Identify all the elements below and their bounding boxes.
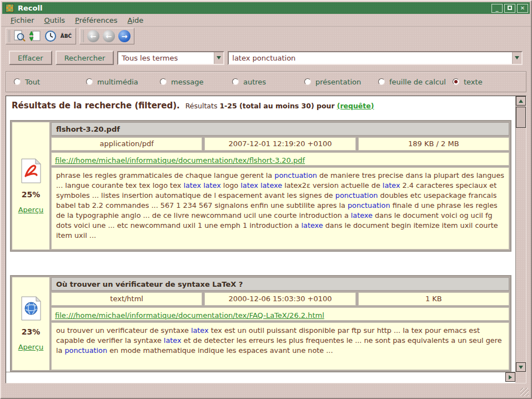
pdf-file-icon	[20, 158, 42, 183]
toolbar: ÂBĈ ← ← →	[1, 27, 531, 46]
close-button[interactable]: ✕	[517, 4, 528, 13]
window-bottom-strip	[1, 383, 531, 398]
mime-type: application/pdf	[51, 137, 202, 151]
window-titlebar[interactable]: Recoll _ ✕	[2, 2, 530, 14]
next-page-button[interactable]: →	[117, 29, 132, 43]
arrow-right-icon	[509, 375, 512, 380]
result-title: flshort-3.20.pdf	[51, 122, 509, 136]
arrow-left-icon: ←	[87, 30, 99, 42]
result-snippet: ou trouver un verificateur de syntaxe la…	[51, 322, 509, 370]
search-row: Effacer Rechercher Tous les termes latex…	[9, 50, 523, 66]
document-preview-button[interactable]	[12, 29, 27, 43]
chevron-down-icon	[217, 56, 221, 59]
filter-message[interactable]: message	[160, 78, 232, 86]
combo-dropdown-button[interactable]	[214, 52, 223, 64]
scroll-right-button[interactable]	[505, 372, 515, 382]
scrollbar-corner	[515, 372, 526, 383]
mime-type: text/html	[51, 292, 202, 306]
first-page-button[interactable]: ←	[86, 29, 101, 43]
relevance-percent: 23%	[22, 327, 41, 336]
document-magnifier-icon	[13, 30, 26, 42]
results-header: Résultats de la recherche (filtered).Rés…	[6, 96, 515, 113]
filter-presentation[interactable]: présentation	[304, 78, 378, 86]
category-filter-frame: Tout multimédia message autres présentat…	[6, 71, 526, 92]
toolbar-handle[interactable]	[7, 30, 10, 42]
result-row-2: 23% Aperçu Où trouver un vérificateur de…	[10, 275, 511, 372]
date-modified: 2000-12-06 15:03:30 +0100	[204, 292, 355, 306]
combo-dropdown-button[interactable]	[512, 52, 521, 64]
toolbar-handle[interactable]	[81, 30, 84, 42]
results-panel: Résultats de la recherche (filtered).Rés…	[6, 96, 526, 383]
chevron-down-icon	[515, 56, 519, 59]
result-snippet: phrase les regles grammaticales de chaqu…	[51, 167, 509, 250]
menu-fichier[interactable]: Fichier	[6, 14, 39, 26]
file-url-link[interactable]: file:///home/michael/informatique/docume…	[55, 156, 305, 164]
previous-page-button[interactable]: ←	[102, 29, 116, 43]
menu-bar: Fichier Outils Préférences Aide	[1, 14, 531, 27]
vertical-scrollbar-thumb[interactable]	[516, 107, 526, 128]
filter-tout[interactable]: Tout	[14, 78, 86, 86]
search-query-input[interactable]: latex ponctuation	[229, 52, 512, 64]
arrow-right-icon: →	[118, 30, 131, 42]
search-mode-value: Tous les termes	[118, 52, 214, 64]
arrow-left-icon: ←	[103, 30, 115, 42]
maximize-button[interactable]	[504, 4, 515, 13]
scroll-down-button[interactable]	[516, 362, 526, 372]
result-meta-row: application/pdf 2007-12-01 12:19:20 +010…	[51, 137, 509, 151]
horizontal-scrollbar[interactable]	[6, 372, 515, 383]
relevance-percent: 25%	[22, 190, 41, 199]
clock-icon	[44, 30, 57, 42]
query-link[interactable]: (requête)	[337, 102, 374, 110]
result-row-1: 25% Aperçu flshort-3.20.pdf application/…	[10, 120, 511, 252]
result-1-side: 25% Aperçu	[12, 122, 49, 250]
vertical-scrollbar[interactable]	[515, 96, 526, 372]
result-2-side: 23% Aperçu	[12, 277, 49, 370]
filter-multimedia[interactable]: multimédia	[86, 78, 160, 86]
document-sort-arrows-icon	[29, 30, 41, 42]
abc-icon: ÂBĈ	[61, 33, 72, 39]
search-button[interactable]: Rechercher	[56, 51, 114, 65]
filter-feuille-de-calcul[interactable]: feuille de calcul	[378, 78, 453, 86]
date-modified: 2007-12-01 12:19:20 +0100	[204, 137, 355, 151]
sort-by-date-button[interactable]	[28, 29, 42, 43]
filter-autres[interactable]: autres	[232, 78, 304, 86]
filter-texte[interactable]: texte	[453, 78, 483, 86]
radio-icon	[232, 78, 239, 85]
clear-button[interactable]: Effacer	[9, 51, 52, 65]
result-url-row: file:///home/michael/informatique/docume…	[51, 307, 509, 321]
results-count: 1-25 (total au moins 30) pour	[219, 102, 334, 110]
search-query-combobox[interactable]: latex ponctuation	[228, 51, 523, 65]
radio-icon	[453, 78, 459, 85]
term-explorer-button[interactable]: ÂBĈ	[59, 29, 73, 43]
history-button[interactable]	[43, 29, 58, 43]
menu-outils[interactable]: Outils	[39, 14, 71, 26]
window-title: Recoll	[18, 4, 42, 12]
file-url-link[interactable]: file:///home/michael/informatique/docume…	[55, 311, 324, 320]
result-meta-row: text/html 2000-12-06 15:03:30 +0100 1 KB	[51, 292, 509, 306]
radio-icon	[86, 78, 93, 85]
file-size: 1 KB	[358, 292, 509, 306]
menu-aide[interactable]: Aide	[123, 14, 149, 26]
preview-link[interactable]: Aperçu	[18, 343, 44, 351]
toolbar-group-main: ÂBĈ	[6, 28, 76, 44]
result-title: Où trouver un vérificateur de syntaxe La…	[51, 277, 509, 291]
search-mode-combobox[interactable]: Tous les termes	[117, 51, 224, 65]
maximize-icon	[508, 6, 512, 10]
recoll-window: Recoll _ ✕ Fichier Outils Préférences Ai…	[0, 0, 532, 399]
radio-icon	[378, 78, 385, 85]
recoll-app-icon	[6, 4, 14, 12]
minimize-button[interactable]: _	[491, 4, 503, 13]
html-file-icon	[21, 296, 42, 321]
result-url-row: file:///home/michael/informatique/docume…	[51, 152, 509, 166]
radio-icon	[160, 78, 167, 85]
arrow-down-icon	[519, 366, 523, 369]
arrow-up-icon	[519, 99, 523, 103]
file-size: 189 KB / 2 MB	[358, 137, 509, 151]
radio-icon	[14, 78, 21, 85]
results-list: Résultats de la recherche (filtered).Rés…	[6, 96, 515, 372]
menu-preferences[interactable]: Préférences	[70, 14, 122, 26]
scroll-up-button[interactable]	[516, 96, 526, 106]
preview-link[interactable]: Aperçu	[18, 206, 44, 214]
results-title: Résultats de la recherche (filtered).	[12, 101, 180, 111]
resize-grip[interactable]	[520, 388, 529, 396]
